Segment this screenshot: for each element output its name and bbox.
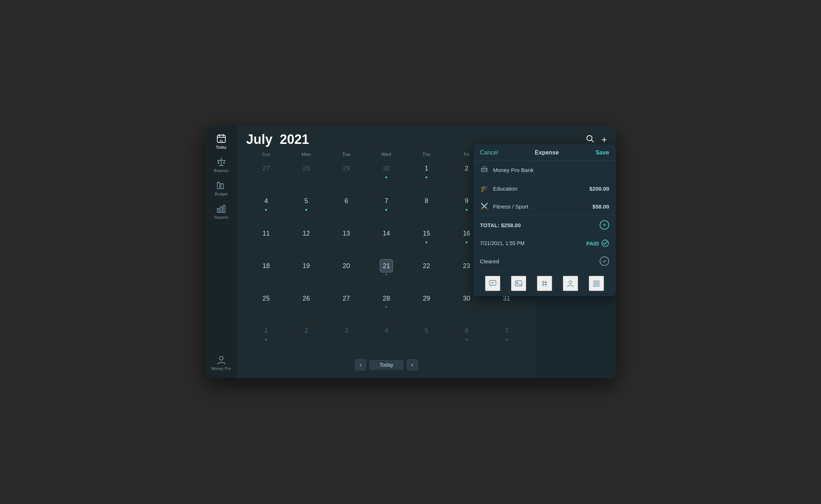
cal-cell[interactable]: 12 — [286, 225, 327, 257]
svg-rect-14 — [217, 209, 219, 213]
day-number: 26 — [300, 292, 313, 305]
sidebar-item-balance[interactable]: Balance — [205, 153, 237, 176]
event-dot — [425, 241, 427, 243]
datetime-row: 7/21/2021, 1:55 PM PAID — [473, 235, 616, 252]
page-title: July 2021 — [246, 132, 309, 147]
cal-cell[interactable]: 26 — [286, 290, 327, 322]
hash-icon — [541, 279, 549, 287]
day-header-wed: Wed — [366, 150, 406, 159]
event-dot — [305, 209, 307, 211]
cal-cell[interactable]: 25 — [246, 290, 286, 322]
svg-rect-16 — [223, 205, 225, 213]
svg-point-17 — [219, 356, 223, 360]
cal-cell[interactable]: 3 — [326, 322, 366, 355]
cal-cell[interactable]: 5 — [286, 192, 327, 225]
save-button[interactable]: Save — [596, 149, 609, 156]
day-header-thu: Thu — [406, 150, 447, 159]
day-number: 27 — [340, 292, 353, 305]
day-number: 15 — [420, 227, 433, 240]
cal-cell[interactable]: 28 — [366, 290, 406, 322]
sidebar-item-budget[interactable]: Budget — [205, 176, 237, 200]
sidebar-item-budget-label: Budget — [215, 192, 228, 196]
day-number: 6 — [460, 324, 473, 337]
day-number: 9 — [460, 195, 473, 208]
prev-month-button[interactable]: ‹ — [355, 359, 366, 371]
cal-cell[interactable]: 4 — [366, 322, 406, 355]
cal-cell[interactable]: 7 — [366, 192, 406, 225]
day-header-mon: Mon — [286, 150, 327, 159]
transaction-type-label: Expense — [535, 149, 559, 156]
cal-nav: ‹ Today › — [246, 355, 527, 372]
cal-cell[interactable]: 15 — [406, 225, 447, 257]
stack-icon — [592, 279, 600, 287]
day-number: 8 — [420, 195, 433, 208]
bank-row[interactable]: Money Pro Bank — [473, 161, 616, 180]
cal-cell[interactable]: 5 — [406, 322, 447, 355]
cal-cell[interactable]: 20 — [326, 257, 366, 290]
cal-cell[interactable]: 7 — [486, 322, 527, 355]
cal-cell[interactable]: 13 — [326, 225, 366, 257]
cal-cell[interactable]: 22 — [406, 257, 447, 290]
person-button[interactable] — [563, 276, 578, 291]
balance-icon — [216, 157, 226, 167]
cal-cell[interactable]: 18 — [246, 257, 286, 290]
cal-cell[interactable]: 8 — [406, 192, 447, 225]
day-number: 30 — [460, 292, 473, 305]
event-ring — [466, 339, 467, 340]
svg-line-8 — [218, 160, 219, 163]
person-icon — [566, 279, 574, 287]
sidebar-item-today-label: Today — [216, 145, 226, 149]
image-button[interactable] — [511, 276, 526, 291]
search-icon — [586, 135, 594, 143]
cal-cell[interactable]: 4 — [246, 192, 286, 225]
education-label: Education — [493, 186, 585, 192]
day-number: 21 — [380, 259, 393, 272]
cal-cell[interactable]: 19 — [286, 257, 327, 290]
cal-cell[interactable]: 11 — [246, 225, 286, 257]
sidebar-item-today[interactable]: 21 Today — [205, 130, 237, 153]
event-ring — [385, 274, 387, 275]
check-circle-icon — [602, 259, 607, 264]
sidebar-item-reports[interactable]: Reports — [205, 200, 237, 223]
expense-popup: Cancel Expense Save Money Pr — [473, 144, 616, 296]
cal-cell[interactable]: 21 — [366, 257, 406, 290]
day-number: 2 — [460, 162, 473, 175]
add-expense-button[interactable]: + — [600, 220, 609, 230]
svg-rect-12 — [221, 184, 224, 189]
cal-cell[interactable]: 1 — [246, 322, 286, 355]
cal-cell[interactable]: 1 — [406, 160, 447, 192]
svg-marker-28 — [481, 166, 487, 169]
sidebar-item-reports-label: Reports — [214, 215, 228, 219]
cal-cell[interactable]: 6 — [447, 322, 487, 355]
year-label: 2021 — [280, 132, 309, 147]
cal-cell[interactable]: 29 — [326, 160, 366, 192]
svg-point-39 — [569, 281, 572, 284]
day-number: 13 — [340, 227, 353, 240]
today-nav-button[interactable]: Today — [369, 360, 403, 370]
tag-button[interactable] — [537, 276, 552, 291]
add-button[interactable]: + — [602, 135, 607, 144]
day-number: 3 — [340, 324, 353, 337]
cal-cell[interactable]: 27 — [246, 160, 286, 192]
cal-cell[interactable]: 27 — [326, 290, 366, 322]
cal-cell[interactable]: 2 — [286, 322, 327, 355]
comment-button[interactable] — [485, 276, 500, 291]
cal-cell[interactable]: 30 — [366, 160, 406, 192]
event-dot — [425, 176, 427, 178]
sidebar-item-money-pro[interactable]: Money Pro — [205, 351, 237, 374]
day-header-tue: Tue — [326, 150, 366, 159]
sidebar-item-money-pro-label: Money Pro — [211, 366, 231, 371]
cal-cell[interactable]: 6 — [326, 192, 366, 225]
day-number: 6 — [340, 195, 353, 208]
education-row[interactable]: 🎓 Education $200.00 — [473, 180, 616, 198]
day-number: 2 — [300, 324, 313, 337]
search-button[interactable] — [586, 135, 594, 144]
fitness-row[interactable]: ⚔️ Fitness / Sport $58.00 — [473, 198, 616, 215]
stack-button[interactable] — [589, 276, 604, 291]
paid-check-icon — [601, 239, 609, 247]
next-month-button[interactable]: › — [406, 359, 418, 371]
cal-cell[interactable]: 28 — [286, 160, 327, 192]
cal-cell[interactable]: 29 — [406, 290, 447, 322]
cancel-button[interactable]: Cancel — [480, 149, 498, 156]
cal-cell[interactable]: 14 — [366, 225, 406, 257]
